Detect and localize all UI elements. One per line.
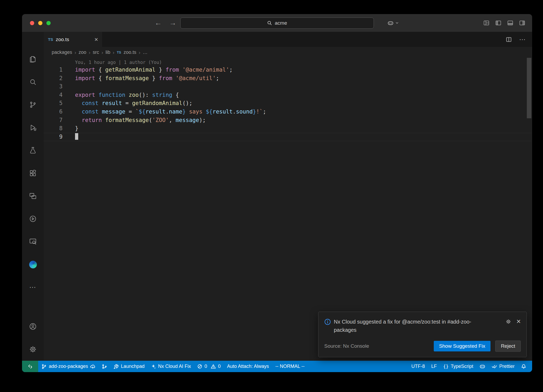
command-center-search[interactable]: acme [180, 18, 374, 29]
formatter-status-item[interactable]: Prettier [488, 361, 518, 372]
tab-zoo-ts[interactable]: TS zoo.ts × [44, 32, 103, 47]
settings-gear-icon[interactable] [22, 338, 44, 361]
reject-button[interactable]: Reject [495, 341, 521, 352]
code-line[interactable]: 8} [44, 124, 532, 133]
code-line[interactable]: 7 return formatMessage('ZOO', message); [44, 116, 532, 125]
brackets-icon: {} [443, 364, 448, 369]
notifications-status-item[interactable] [518, 361, 529, 372]
launchpad-status-item[interactable]: Launchpad [110, 361, 148, 372]
toggle-sidebar-left-icon[interactable] [495, 20, 501, 26]
line-number: 5 [44, 99, 63, 108]
eol-status-item[interactable]: LF [428, 361, 440, 372]
branch-status-item[interactable]: add-zoo-packages [38, 361, 99, 372]
remote-explorer-icon[interactable] [22, 185, 44, 207]
notification-settings-gear-icon[interactable] [506, 319, 511, 324]
breadcrumb-item[interactable]: packages [52, 50, 72, 55]
edge-browser-icon[interactable] [22, 253, 44, 276]
testing-icon[interactable] [22, 139, 44, 162]
code-line[interactable]: 9 [44, 133, 532, 141]
auto-attach-label: Auto Attach: Always [227, 364, 269, 369]
code-lines: 1import { getRandomAnimal } from '@acme/… [44, 66, 532, 141]
auto-attach-status-item[interactable]: Auto Attach: Always [224, 361, 272, 372]
code-line[interactable]: 4export function zoo(): string { [44, 91, 532, 99]
breadcrumb-item[interactable]: lib [106, 50, 110, 55]
title-bar: ← → acme [22, 14, 532, 32]
double-check-icon [492, 364, 497, 369]
show-suggested-fix-button[interactable]: Show Suggested Fix [434, 341, 491, 351]
zoom-window-button[interactable] [46, 21, 51, 25]
warning-count: 0 [218, 364, 221, 369]
copilot-icon [387, 20, 394, 26]
nx-console-icon[interactable] [22, 207, 44, 230]
code-line[interactable]: 1import { getRandomAnimal } from '@acme/… [44, 66, 532, 74]
breadcrumb-separator: › [139, 50, 140, 55]
more-views-icon[interactable]: ⋯ [22, 276, 44, 299]
customize-layout-icon[interactable] [483, 20, 489, 26]
tab-label: zoo.ts [56, 37, 69, 42]
toggle-panel-icon[interactable] [507, 20, 513, 26]
breadcrumb-separator: › [89, 50, 90, 55]
typescript-file-icon: TS [117, 50, 121, 54]
source-control-icon[interactable] [22, 93, 44, 116]
activity-bar: ⋯ [22, 32, 44, 361]
copilot-status-item[interactable] [476, 361, 488, 372]
error-icon [197, 364, 202, 369]
gitlens-blame-annotation[interactable]: You, 1 hour ago | 1 author (You) [75, 59, 532, 66]
nx-cloud-fix-status-item[interactable]: Nx Cloud AI Fix [148, 361, 194, 372]
tab-bar: TS zoo.ts × ⋯ [44, 32, 532, 47]
code-line[interactable]: 3 [44, 82, 532, 91]
nx-cloud-fix-label: Nx Cloud AI Fix [158, 364, 191, 369]
code-line[interactable]: 6 const message = `${result.name} says $… [44, 108, 532, 116]
encoding-status-item[interactable]: UTF-8 [408, 361, 428, 372]
warning-icon [211, 364, 216, 369]
breadcrumb-item[interactable]: … [143, 50, 147, 55]
language-status-item[interactable]: {} TypeScript [440, 361, 476, 372]
status-bar: add-zoo-packages Launchpad Nx Cloud AI F… [22, 361, 532, 372]
editor-actions-more-icon[interactable]: ⋯ [519, 36, 526, 43]
forward-button[interactable]: → [169, 19, 176, 27]
line-number: 9 [44, 133, 63, 141]
explorer-icon[interactable] [22, 48, 44, 71]
typescript-file-icon: TS [48, 37, 53, 42]
git-branch-icon [41, 364, 47, 369]
git-graph-icon [102, 364, 107, 369]
error-count: 0 [204, 364, 207, 369]
run-and-debug-icon[interactable] [22, 116, 44, 139]
code-line[interactable]: 2import { formatMessage } from '@acme/ut… [44, 74, 532, 83]
breadcrumb-separator: › [102, 50, 103, 55]
breadcrumb: packages › zoo › src › lib › TS zoo.ts ›… [44, 47, 532, 58]
breadcrumb-item[interactable]: zoo.ts [124, 50, 136, 55]
notification-message: Nx Cloud suggested a fix for @acme/zoo:t… [334, 318, 488, 334]
sparkle-icon [151, 364, 156, 369]
line-number: 3 [44, 82, 63, 91]
launchpad-label: Launchpad [121, 364, 144, 369]
minimize-window-button[interactable] [38, 21, 42, 25]
copilot-menu[interactable] [387, 20, 399, 26]
source-control-graph-item[interactable] [99, 361, 110, 372]
split-editor-icon[interactable] [506, 37, 512, 42]
line-number: 6 [44, 108, 63, 116]
tab-close-icon[interactable]: × [94, 36, 98, 43]
problems-status-item[interactable]: 0 0 [194, 361, 224, 372]
encoding-label: UTF-8 [411, 364, 425, 369]
back-button[interactable]: ← [155, 19, 162, 27]
remote-indicator[interactable] [22, 361, 38, 372]
formatter-label: Prettier [499, 364, 515, 369]
breadcrumb-separator: › [113, 50, 114, 55]
account-icon[interactable] [22, 315, 44, 338]
vim-mode-status-item[interactable]: -- NORMAL -- [272, 361, 308, 372]
breadcrumb-item[interactable]: zoo [78, 50, 86, 55]
extensions-icon[interactable] [22, 162, 44, 185]
close-window-button[interactable] [30, 21, 34, 25]
notification-close-icon[interactable]: × [516, 318, 521, 325]
code-line[interactable]: 5 const result = getRandomAnimal(); [44, 99, 532, 108]
search-view-icon[interactable] [22, 71, 44, 93]
edge-devtools-icon[interactable] [22, 230, 44, 253]
toggle-sidebar-right-icon[interactable] [519, 20, 525, 26]
notification-source: Source: Nx Console [324, 343, 369, 349]
editor-scrollbar[interactable] [527, 58, 531, 118]
breadcrumb-item[interactable]: src [93, 50, 99, 55]
window-controls [30, 21, 51, 25]
command-center-text: acme [275, 20, 287, 26]
breadcrumb-separator: › [75, 50, 76, 55]
